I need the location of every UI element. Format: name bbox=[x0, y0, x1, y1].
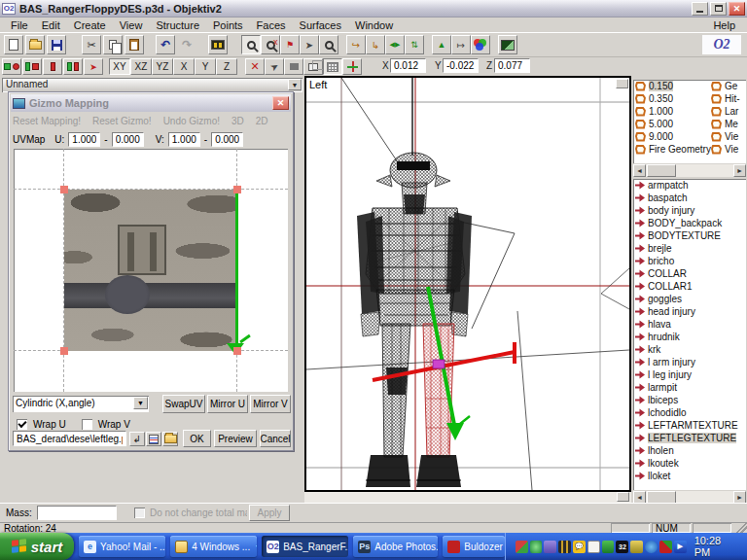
selection-item[interactable]: COLLAR bbox=[633, 267, 746, 280]
menu-surfaces[interactable]: Surfaces bbox=[293, 19, 348, 31]
selection-item-selected[interactable]: LEFTLEGTEXTURE bbox=[633, 432, 746, 444]
menu-2d[interactable]: 2D bbox=[256, 116, 268, 126]
selection-item[interactable]: body injury bbox=[633, 204, 746, 217]
lod-item[interactable]: Hit- bbox=[709, 92, 740, 105]
menu-view[interactable]: View bbox=[113, 19, 150, 31]
cancel-button[interactable]: Cancel bbox=[260, 430, 291, 447]
updown-button[interactable]: ⇅ bbox=[405, 35, 424, 54]
move-points-button[interactable] bbox=[342, 58, 362, 75]
selection-item[interactable]: hrudnik bbox=[633, 331, 746, 343]
zoom-deselect-button[interactable]: x bbox=[261, 35, 280, 54]
close-button[interactable]: ✕ bbox=[729, 2, 745, 16]
hide-selection-button[interactable]: ✕ bbox=[245, 58, 265, 75]
z-coord-input[interactable] bbox=[494, 58, 530, 73]
zoom-button[interactable] bbox=[319, 35, 338, 54]
objects-mode-button[interactable] bbox=[43, 58, 62, 75]
selection-item[interactable]: larmpit bbox=[633, 381, 746, 394]
lod-item[interactable]: Vie bbox=[709, 130, 740, 143]
path-undo-button[interactable]: ↲ bbox=[129, 432, 145, 446]
tray-film-icon[interactable] bbox=[558, 541, 571, 553]
flip-button[interactable]: ◀▶ bbox=[385, 35, 405, 54]
ok-button[interactable]: OK bbox=[183, 430, 211, 447]
segments-mode-button[interactable] bbox=[63, 58, 83, 75]
selection-item[interactable]: lchodidlo bbox=[633, 406, 746, 419]
viewport-hscroll-thumb[interactable] bbox=[617, 492, 629, 502]
task-windows-group[interactable]: 4 Windows ... ▾ bbox=[170, 536, 257, 557]
u-scale-input[interactable] bbox=[68, 132, 100, 147]
selection-item[interactable]: baspatch bbox=[633, 192, 746, 204]
tray-globe-icon[interactable] bbox=[530, 541, 543, 553]
menu-points[interactable]: Points bbox=[206, 19, 250, 31]
selection-item[interactable]: lbiceps bbox=[633, 394, 746, 406]
projection-combo-drop[interactable]: ▼ bbox=[133, 397, 148, 409]
gizmo-close-button[interactable]: ✕ bbox=[272, 96, 289, 110]
scroll-track[interactable] bbox=[676, 164, 733, 177]
selection-item[interactable]: lholen bbox=[633, 444, 746, 457]
axis-xz-button[interactable]: XZ bbox=[130, 58, 152, 75]
selection-item[interactable]: bricho bbox=[633, 255, 746, 267]
taskbar-clock[interactable]: 10:28 PM bbox=[694, 535, 739, 558]
texture-list-button[interactable] bbox=[146, 432, 161, 446]
arrow-tool-button[interactable]: ➤ bbox=[265, 58, 284, 75]
rgb-button[interactable] bbox=[471, 35, 490, 54]
copy-button[interactable] bbox=[103, 35, 123, 54]
lod-item[interactable]: Lar bbox=[709, 105, 740, 118]
menu-edit[interactable]: Edit bbox=[35, 19, 67, 31]
start-button[interactable]: start bbox=[0, 533, 74, 560]
selection-item[interactable]: l arm injury bbox=[633, 356, 746, 368]
v-scale-input[interactable] bbox=[168, 132, 200, 147]
points-mode-button[interactable] bbox=[2, 58, 21, 75]
mass-input[interactable] bbox=[37, 506, 117, 520]
scroll-thumb[interactable] bbox=[647, 164, 676, 177]
uv-preview-area[interactable] bbox=[14, 149, 288, 392]
selection-item[interactable]: lloket bbox=[633, 470, 746, 482]
axis-x-button[interactable]: X bbox=[173, 58, 195, 75]
v-offset-input[interactable] bbox=[211, 132, 243, 147]
selection-item[interactable]: head injury bbox=[633, 305, 746, 318]
preview-button[interactable]: Preview bbox=[214, 430, 257, 447]
selection-combo[interactable]: Unnamed ▼ bbox=[2, 78, 302, 92]
selection-item[interactable]: LEFTARMTEXTURE bbox=[633, 419, 746, 432]
texture-preview[interactable] bbox=[64, 190, 237, 351]
lod-item[interactable]: Ge bbox=[709, 80, 740, 92]
maximize-button[interactable] bbox=[710, 2, 727, 16]
wrap-u-checkbox[interactable] bbox=[17, 419, 27, 430]
uv-handle-bottomright[interactable] bbox=[233, 347, 241, 355]
axis-yz-button[interactable]: YZ bbox=[152, 58, 173, 75]
uv-handle-topright[interactable] bbox=[233, 186, 241, 193]
redo-button[interactable]: ↷ bbox=[177, 35, 196, 54]
selections-list[interactable]: armpatch baspatch body injury BODY_backp… bbox=[633, 179, 746, 490]
tray-antivirus-icon[interactable] bbox=[659, 541, 672, 553]
paste-button[interactable] bbox=[124, 35, 144, 54]
select-move-button[interactable]: ➤ bbox=[84, 58, 103, 75]
tray-display-icon[interactable] bbox=[544, 541, 556, 553]
import-button[interactable]: ↪ bbox=[346, 35, 366, 54]
scroll-left-icon[interactable]: ◄ bbox=[633, 164, 646, 177]
tray-hand-icon[interactable] bbox=[587, 541, 600, 553]
zoom-select-button[interactable] bbox=[241, 35, 261, 54]
uv-handle-topleft[interactable] bbox=[60, 186, 68, 193]
wrap-v-checkbox[interactable] bbox=[82, 419, 92, 430]
save-button[interactable] bbox=[47, 35, 66, 54]
viewport-scroll-corner[interactable] bbox=[616, 79, 628, 88]
gizmo-mapping-dialog[interactable]: Gizmo Mapping ✕ Reset Mapping! Reset Giz… bbox=[8, 91, 294, 451]
minimize-button[interactable] bbox=[692, 2, 708, 16]
tray-green-app-icon[interactable] bbox=[602, 541, 615, 553]
swapuv-button[interactable]: SwapUV bbox=[162, 395, 205, 413]
selection-item[interactable]: brejle bbox=[633, 242, 746, 255]
axis-z-button[interactable]: Z bbox=[216, 58, 237, 75]
texture-toggle-button[interactable] bbox=[208, 35, 228, 54]
selection-item[interactable]: goggles bbox=[633, 293, 746, 305]
selection-item[interactable]: lkoutek bbox=[633, 457, 746, 470]
mirror-u-button[interactable]: Mirror U bbox=[207, 395, 248, 413]
selection-item[interactable]: krk bbox=[633, 343, 746, 356]
lod-list[interactable]: 0.150 0.350 1.000 5.000 9.000 Fire Geome… bbox=[633, 80, 746, 163]
axis-y-button[interactable]: Y bbox=[195, 58, 216, 75]
box-tool-button[interactable] bbox=[284, 58, 303, 75]
menu-create[interactable]: Create bbox=[67, 19, 113, 31]
faces-mode-button[interactable] bbox=[22, 58, 42, 75]
undo-button[interactable]: ↶ bbox=[156, 35, 175, 54]
scroll-right-icon[interactable]: ► bbox=[733, 164, 746, 177]
menu-file[interactable]: File bbox=[4, 19, 35, 31]
background-button[interactable] bbox=[498, 35, 517, 54]
